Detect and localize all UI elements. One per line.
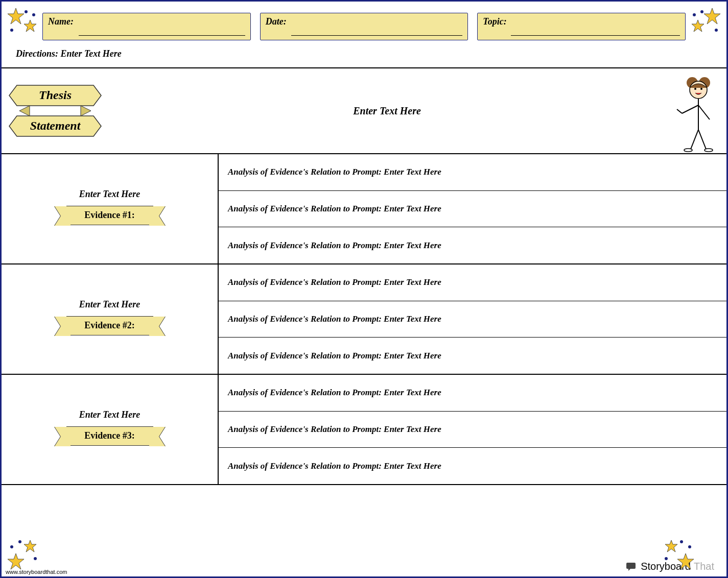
thesis-text-area[interactable]: Enter Text Here: [109, 68, 665, 153]
analysis-cell[interactable]: Analysis of Evidence's Relation to Promp…: [219, 301, 726, 338]
analysis-cell[interactable]: Analysis of Evidence's Relation to Promp…: [219, 264, 726, 301]
evidence-row-2: Enter Text Here Evidence #2: Analysis of…: [2, 264, 726, 375]
svg-point-15: [694, 88, 696, 90]
speech-bubble-icon: [626, 562, 638, 572]
thesis-ribbon-line1: Thesis: [39, 88, 72, 102]
name-label: Name:: [48, 16, 74, 27]
evidence-3-banner: Evidence #3:: [66, 426, 153, 446]
logo-that: That: [694, 561, 714, 572]
thesis-ribbon-line2: Statement: [30, 119, 81, 132]
analysis-cell[interactable]: Analysis of Evidence's Relation to Promp…: [219, 227, 726, 263]
svg-point-3: [700, 10, 703, 13]
evidence-3-text: Enter Text Here: [79, 410, 140, 420]
svg-point-2: [10, 29, 13, 32]
evidence-2-right: Analysis of Evidence's Relation to Promp…: [219, 264, 726, 374]
svg-point-8: [34, 557, 37, 560]
star-decoration-icon: [6, 534, 44, 572]
star-decoration-icon: [684, 6, 722, 44]
analysis-cell[interactable]: Analysis of Evidence's Relation to Promp…: [219, 412, 726, 448]
svg-line-19: [677, 109, 682, 113]
date-underline: [291, 35, 463, 36]
svg-point-10: [680, 540, 683, 543]
star-decoration-icon: [657, 534, 696, 572]
header-row: Name: Date: Topic:: [2, 2, 726, 46]
topic-underline: [511, 35, 680, 36]
evidence-1-banner: Evidence #1:: [66, 206, 153, 225]
analysis-cell[interactable]: Analysis of Evidence's Relation to Promp…: [219, 448, 726, 484]
evidence-row-3: Enter Text Here Evidence #3: Analysis of…: [2, 375, 726, 485]
thesis-ribbon-icon: Thesis Statement: [4, 73, 106, 149]
svg-point-23: [684, 149, 692, 152]
svg-point-9: [688, 545, 691, 548]
evidence-3-left[interactable]: Enter Text Here Evidence #3:: [2, 375, 219, 484]
svg-line-21: [691, 130, 698, 149]
svg-point-7: [18, 540, 21, 543]
evidence-3-right: Analysis of Evidence's Relation to Promp…: [219, 375, 726, 484]
thesis-ribbon-cell: Thesis Statement: [2, 68, 109, 153]
svg-point-16: [700, 88, 702, 90]
evidence-1-text: Enter Text Here: [79, 189, 140, 200]
svg-point-1: [32, 13, 35, 16]
worksheet-page: Name: Date: Topic: Directions: Enter Tex…: [0, 0, 728, 578]
date-label: Date:: [266, 16, 287, 27]
evidence-row-1: Enter Text Here Evidence #1: Analysis of…: [2, 154, 726, 264]
topic-field[interactable]: Topic:: [477, 13, 686, 40]
girl-character-icon: [673, 74, 724, 153]
star-decoration-icon: [6, 6, 44, 44]
svg-point-4: [693, 13, 696, 16]
svg-point-6: [10, 545, 13, 548]
evidence-2-left[interactable]: Enter Text Here Evidence #2:: [2, 264, 219, 374]
evidence-2-banner: Evidence #2:: [66, 316, 153, 335]
date-field[interactable]: Date:: [260, 13, 468, 40]
svg-line-18: [682, 105, 698, 113]
analysis-cell[interactable]: Analysis of Evidence's Relation to Promp…: [219, 375, 726, 412]
evidence-1-right: Analysis of Evidence's Relation to Promp…: [219, 154, 726, 263]
girl-character-cell: [665, 68, 726, 153]
thesis-row: Thesis Statement Enter Text Here: [2, 67, 726, 154]
name-field[interactable]: Name:: [42, 13, 251, 40]
svg-point-0: [25, 10, 28, 13]
svg-point-11: [665, 557, 668, 560]
svg-line-20: [698, 105, 710, 119]
directions-text[interactable]: Directions: Enter Text Here: [2, 46, 726, 67]
name-underline: [79, 35, 245, 36]
evidence-1-left[interactable]: Enter Text Here Evidence #1:: [2, 154, 219, 263]
svg-point-5: [715, 29, 718, 32]
evidence-2-text: Enter Text Here: [79, 299, 140, 310]
analysis-cell[interactable]: Analysis of Evidence's Relation to Promp…: [219, 191, 726, 228]
svg-line-22: [698, 130, 706, 149]
analysis-cell[interactable]: Analysis of Evidence's Relation to Promp…: [219, 338, 726, 374]
svg-point-24: [704, 149, 713, 152]
topic-label: Topic:: [483, 16, 506, 27]
analysis-cell[interactable]: Analysis of Evidence's Relation to Promp…: [219, 154, 726, 191]
